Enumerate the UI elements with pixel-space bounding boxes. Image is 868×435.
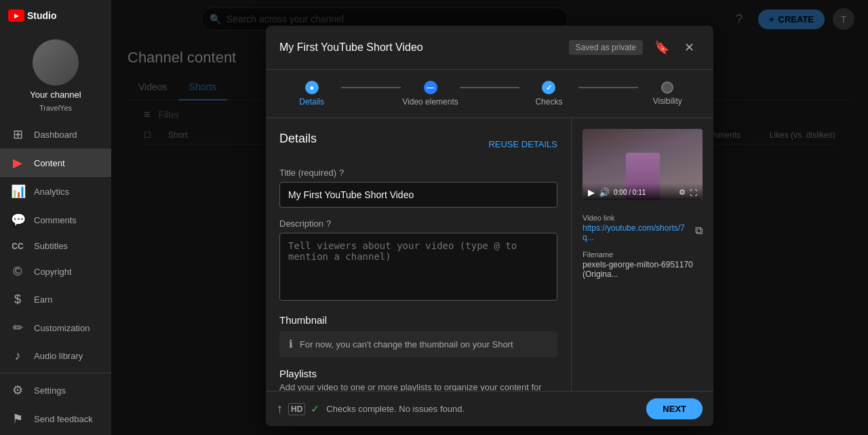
- filename-section: Filename pexels-george-milton-6951170 (O…: [583, 250, 703, 279]
- comments-icon: 💬: [11, 212, 24, 227]
- video-controls: ▶ 🔊 0:00 / 0:11 ⚙ ⛶: [583, 183, 703, 200]
- copy-icon[interactable]: ⧉: [695, 225, 703, 237]
- close-icon[interactable]: ✕: [678, 37, 700, 58]
- step-connector-3: [578, 87, 637, 88]
- sidebar-item-label: Customization: [34, 323, 90, 333]
- description-label: Description ?: [279, 219, 557, 229]
- modal-header-icons: 🔖 ✕: [651, 37, 700, 58]
- analytics-icon: 📊: [11, 184, 24, 199]
- title-form-group: Title (required) ?: [279, 168, 557, 208]
- sidebar-item-label: Subtitles: [34, 241, 68, 251]
- step-label-checks: Checks: [535, 97, 562, 107]
- step-checks: ✓ Checks: [519, 81, 578, 107]
- play-icon[interactable]: ▶: [588, 187, 595, 197]
- step-label-visibility: Visibility: [653, 96, 682, 106]
- customization-icon: ✏: [11, 320, 24, 335]
- description-form-group: Description ?: [279, 219, 557, 303]
- volume-icon[interactable]: 🔊: [599, 187, 610, 197]
- thumbnail-section: Thumbnail ℹ For now, you can't change th…: [279, 314, 557, 357]
- steps: ● Details — Video elements ✓ Checks Visi…: [266, 70, 713, 118]
- step-video-elements: — Video elements: [401, 81, 460, 107]
- sidebar-item-audio-library[interactable]: ♪ Audio library: [0, 342, 111, 370]
- thumbnail-notice: ℹ For now, you can't change the thumbnai…: [279, 331, 557, 357]
- sidebar-item-label: Copyright: [34, 267, 72, 277]
- checks-status: Checks complete. No issues found.: [326, 404, 639, 414]
- sidebar-item-settings[interactable]: ⚙ Settings: [0, 376, 111, 404]
- description-input[interactable]: [279, 233, 557, 301]
- section-header: Details REUSE DETAILS: [279, 132, 557, 157]
- sidebar-item-customization[interactable]: ✏ Customization: [0, 314, 111, 342]
- filename-label: Filename: [583, 250, 703, 259]
- title-help-icon: ?: [339, 168, 344, 178]
- section-title: Details: [279, 132, 317, 146]
- sidebar-item-content[interactable]: ▶ Content: [0, 149, 111, 177]
- sidebar-bottom: ⚙ Settings ⚑ Send feedback: [0, 373, 111, 435]
- sidebar-item-dashboard[interactable]: ⊞ Dashboard: [0, 120, 111, 149]
- upload-icon[interactable]: ↑: [277, 402, 283, 416]
- sidebar-item-label: Dashboard: [34, 130, 77, 140]
- sidebar: Studio Your channel TravelYes ⊞ Dashboar…: [0, 0, 111, 435]
- channel-info: Your channel TravelYes: [0, 31, 111, 117]
- youtube-logo: Studio: [8, 10, 57, 22]
- info-icon: ℹ: [289, 338, 293, 350]
- video-link-row: https://youtube.com/shorts/7q... ⧉: [583, 223, 703, 242]
- saved-badge: Saved as private: [569, 40, 643, 55]
- step-dot-details: ●: [305, 81, 319, 94]
- modal-left: Details REUSE DETAILS Title (required) ?: [266, 118, 571, 391]
- step-dot-visibility: [661, 81, 673, 94]
- thumbnail-label: Thumbnail: [279, 314, 557, 326]
- modal-header: My First YouTube Short Video Saved as pr…: [266, 26, 713, 70]
- modal: My First YouTube Short Video Saved as pr…: [266, 26, 713, 426]
- sidebar-item-send-feedback[interactable]: ⚑ Send feedback: [0, 404, 111, 433]
- sidebar-item-analytics[interactable]: 📊 Analytics: [0, 177, 111, 206]
- video-link-section: Video link https://youtube.com/shorts/7q…: [583, 214, 703, 242]
- sidebar-item-subtitles[interactable]: CC Subtitles: [0, 234, 111, 258]
- video-link-label: Video link: [583, 214, 703, 222]
- checks-text: Checks complete. No issues found.: [326, 404, 465, 414]
- avatar-image: [33, 39, 79, 86]
- step-connector-1: [341, 87, 400, 88]
- video-link-url[interactable]: https://youtube.com/shorts/7q...: [583, 223, 692, 242]
- playlists-section: Playlists Add your video to one or more …: [279, 368, 557, 391]
- video-time: 0:00 / 0:11: [614, 189, 675, 196]
- settings-icon[interactable]: ⚙: [679, 188, 686, 197]
- check-complete-icon: ✓: [311, 402, 319, 415]
- next-button[interactable]: NEXT: [646, 398, 703, 419]
- title-label: Title (required) ?: [279, 168, 557, 178]
- sidebar-item-earn[interactable]: $ Earn: [0, 286, 111, 314]
- fullscreen-icon[interactable]: ⛶: [690, 189, 697, 197]
- modal-overlay: My First YouTube Short Video Saved as pr…: [111, 0, 868, 435]
- audio-library-icon: ♪: [11, 349, 24, 363]
- feedback-icon: ⚑: [11, 411, 24, 426]
- avatar[interactable]: [33, 39, 79, 86]
- playlists-desc: Add your video to one or more playlists …: [279, 382, 557, 391]
- sidebar-item-label: Analytics: [34, 187, 69, 197]
- sidebar-header: Studio: [0, 0, 111, 31]
- modal-title: My First YouTube Short Video: [279, 41, 561, 54]
- step-label-details: Details: [299, 97, 324, 107]
- modal-body: Details REUSE DETAILS Title (required) ?: [266, 118, 713, 391]
- playlists-label: Playlists: [279, 368, 557, 379]
- copyright-icon: ©: [11, 265, 24, 279]
- hd-icon: HD: [288, 403, 305, 415]
- modal-footer: ↑ HD ✓ Checks complete. No issues found.…: [266, 391, 713, 426]
- step-label-video-elements: Video elements: [402, 97, 458, 107]
- title-input[interactable]: [279, 182, 557, 208]
- main-area: 🔍 ? + CREATE T Channel content Videos Sh…: [111, 0, 868, 435]
- modal-right: ▶ 🔊 0:00 / 0:11 ⚙ ⛶ Video link: [571, 118, 713, 391]
- youtube-icon: [8, 10, 24, 22]
- sidebar-nav: ⊞ Dashboard ▶ Content 📊 Analytics 💬 Comm…: [0, 117, 111, 373]
- sidebar-item-comments[interactable]: 💬 Comments: [0, 206, 111, 234]
- sidebar-item-label: Settings: [34, 385, 66, 396]
- thumbnail-notice-text: For now, you can't change the thumbnail …: [300, 339, 513, 349]
- bookmark-icon[interactable]: 🔖: [651, 37, 673, 58]
- step-dot-checks: ✓: [542, 81, 555, 94]
- sidebar-item-copyright[interactable]: © Copyright: [0, 258, 111, 286]
- reuse-button[interactable]: REUSE DETAILS: [488, 139, 557, 149]
- sidebar-item-label: Comments: [34, 215, 77, 225]
- settings-icon: ⚙: [11, 383, 24, 398]
- filename-text: pexels-george-milton-6951170 (Origina...: [583, 260, 703, 279]
- step-details: ● Details: [282, 81, 341, 107]
- sidebar-item-label: Audio library: [34, 351, 83, 361]
- step-visibility: Visibility: [638, 81, 697, 106]
